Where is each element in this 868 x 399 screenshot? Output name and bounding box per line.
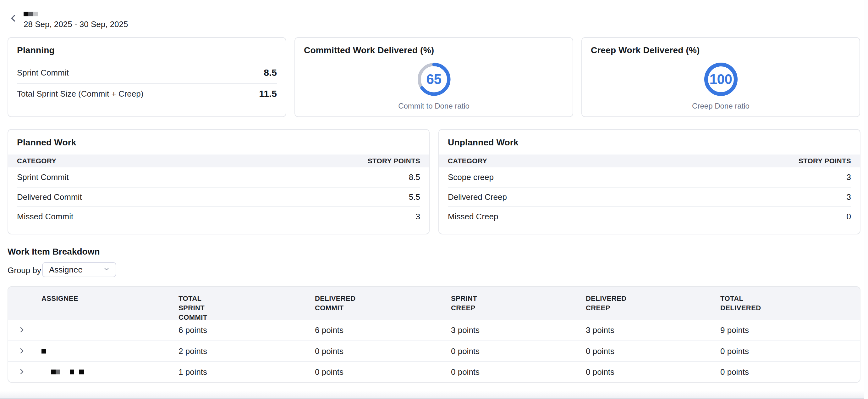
unplanned-work-card: Unplanned Work CATEGORY STORY POINTS Sco… — [438, 129, 861, 234]
vertical-scrollbar[interactable] — [864, 0, 868, 399]
creep-card-title: Creep Work Delivered (%) — [591, 45, 851, 55]
window-bottom-edge — [0, 391, 868, 399]
column-header-total-delivered: TOTAL DELIVERED — [720, 287, 860, 322]
delivered-creep-cell: 0 points — [586, 346, 720, 356]
assignee-name-redacted — [41, 370, 84, 374]
committed-gauge-caption: Commit to Done ratio — [295, 102, 572, 110]
sprint-creep-cell: 0 points — [451, 367, 586, 377]
page-header: 28 Sep, 2025 - 30 Sep, 2025 — [0, 0, 868, 35]
metric-value: 11.5 — [259, 88, 277, 99]
planning-metrics: Sprint Commit 8.5 Total Sprint Size (Com… — [17, 62, 277, 104]
points-cell: 3 — [847, 172, 851, 182]
points-cell: 3 — [847, 192, 851, 202]
chevron-left-icon — [9, 13, 18, 24]
column-header-category: CATEGORY — [17, 157, 56, 165]
points-cell: 8.5 — [409, 172, 420, 182]
chevron-right-icon — [18, 368, 26, 376]
chevron-right-icon — [18, 347, 26, 355]
table-row: Missed Creep 0 — [448, 206, 851, 226]
delivered-commit-cell: 6 points — [315, 325, 451, 335]
table-row: 1 points 0 points 0 points 0 points 0 po… — [8, 361, 860, 382]
category-cell: Missed Creep — [448, 212, 498, 222]
planned-work-card: Planned Work CATEGORY STORY POINTS Sprin… — [7, 129, 430, 234]
table-row: 2 points 0 points 0 points 0 points 0 po… — [8, 340, 860, 361]
metric-label: Sprint Commit — [17, 68, 69, 78]
group-by-select[interactable]: Assignee — [42, 262, 116, 277]
total-sprint-commit-cell: 2 points — [179, 346, 315, 356]
planned-work-title: Planned Work — [17, 138, 420, 148]
total-delivered-cell: 9 points — [720, 325, 860, 335]
unplanned-work-title: Unplanned Work — [448, 138, 851, 148]
category-cell: Sprint Commit — [17, 172, 69, 182]
planned-work-table-header: CATEGORY STORY POINTS — [8, 154, 429, 167]
column-header-assignee: ASSIGNEE — [8, 287, 179, 322]
delivered-creep-cell: 0 points — [586, 367, 720, 377]
total-sprint-commit-cell: 1 points — [179, 367, 315, 377]
work-item-breakdown-title: Work Item Breakdown — [7, 247, 100, 257]
sprint-creep-cell: 0 points — [451, 346, 586, 356]
total-sprint-commit-cell: 6 points — [179, 325, 315, 335]
committed-card-title: Committed Work Delivered (%) — [304, 45, 564, 55]
column-header-sprint-creep: SPRINT CREEP — [451, 287, 586, 322]
breakdown-table-header: ASSIGNEE TOTAL SPRINT COMMIT DELIVERED C… — [8, 287, 860, 320]
sprint-name-redacted — [24, 12, 38, 17]
creep-gauge-caption: Creep Done ratio — [582, 102, 860, 110]
committed-work-delivered-card: Committed Work Delivered (%) 65 Commit t… — [294, 37, 573, 117]
table-row: Missed Commit 3 — [17, 206, 420, 226]
expand-row-button[interactable] — [18, 368, 26, 376]
expand-row-button[interactable] — [18, 326, 26, 334]
group-by-label: Group by: — [7, 265, 43, 275]
assignee-name-redacted — [41, 349, 46, 354]
chevron-right-icon — [18, 326, 26, 335]
sprint-report-page: 28 Sep, 2025 - 30 Sep, 2025 Planning Spr… — [0, 0, 868, 399]
creep-donut-gauge: 100 — [703, 61, 739, 97]
group-by-selected-value: Assignee — [49, 265, 83, 275]
category-cell: Missed Commit — [17, 212, 73, 222]
table-row: Sprint Commit 8.5 — [17, 167, 420, 187]
metric-label: Total Sprint Size (Commit + Creep) — [17, 89, 143, 99]
table-row: 6 points 6 points 3 points 3 points 9 po… — [8, 320, 860, 340]
creep-percent-value: 100 — [703, 61, 739, 97]
points-cell: 3 — [416, 212, 420, 222]
delivered-commit-cell: 0 points — [315, 367, 451, 377]
metric-value: 8.5 — [264, 67, 277, 78]
table-row: Delivered Commit 5.5 — [17, 187, 420, 206]
back-button[interactable] — [8, 13, 19, 24]
column-header-category: CATEGORY — [448, 157, 487, 165]
work-item-breakdown-table: ASSIGNEE TOTAL SPRINT COMMIT DELIVERED C… — [7, 286, 861, 382]
category-cell: Delivered Commit — [17, 192, 82, 202]
unplanned-work-rows: Scope creep 3 Delivered Creep 3 Missed C… — [439, 167, 860, 226]
expand-row-button[interactable] — [18, 347, 26, 355]
category-cell: Scope creep — [448, 172, 494, 182]
points-cell: 5.5 — [409, 192, 420, 202]
column-header-delivered-creep: DELIVERED CREEP — [586, 287, 720, 322]
column-header-story-points: STORY POINTS — [368, 157, 420, 165]
total-delivered-cell: 0 points — [720, 367, 860, 377]
column-header-delivered-commit: DELIVERED COMMIT — [315, 287, 451, 322]
committed-percent-value: 65 — [416, 61, 452, 97]
table-row: Scope creep 3 — [448, 167, 851, 187]
sprint-creep-cell: 3 points — [451, 325, 586, 335]
metric-row-sprint-commit: Sprint Commit 8.5 — [17, 62, 277, 83]
category-cell: Delivered Creep — [448, 192, 507, 202]
chevron-down-icon — [103, 265, 110, 274]
points-cell: 0 — [847, 212, 851, 222]
planning-card-title: Planning — [17, 45, 277, 55]
column-header-total-sprint-commit: TOTAL SPRINT COMMIT — [179, 287, 315, 322]
table-row: Delivered Creep 3 — [448, 187, 851, 206]
creep-work-delivered-card: Creep Work Delivered (%) 100 Creep Done … — [581, 37, 860, 117]
planned-work-rows: Sprint Commit 8.5 Delivered Commit 5.5 M… — [8, 167, 429, 226]
committed-donut-gauge: 65 — [416, 61, 452, 97]
unplanned-work-table-header: CATEGORY STORY POINTS — [439, 154, 860, 167]
planning-card: Planning Sprint Commit 8.5 Total Sprint … — [7, 37, 286, 117]
total-delivered-cell: 0 points — [720, 346, 860, 356]
sprint-date-range: 28 Sep, 2025 - 30 Sep, 2025 — [24, 20, 128, 29]
metric-row-total-sprint-size: Total Sprint Size (Commit + Creep) 11.5 — [17, 83, 277, 104]
column-header-story-points: STORY POINTS — [799, 157, 851, 165]
delivered-creep-cell: 3 points — [586, 325, 720, 335]
delivered-commit-cell: 0 points — [315, 346, 451, 356]
